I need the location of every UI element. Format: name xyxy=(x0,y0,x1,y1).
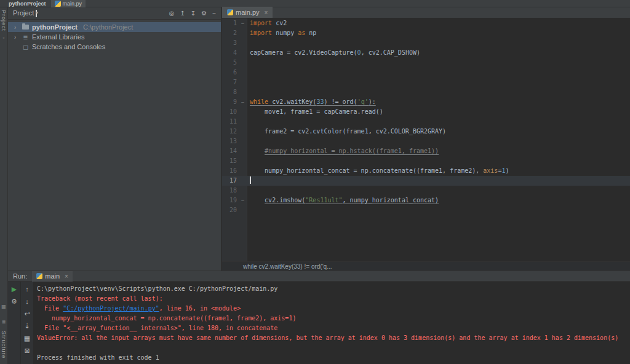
code-token: 33 xyxy=(316,98,324,105)
settings-wrench-icon[interactable]: ⚙ xyxy=(9,296,20,307)
code-line[interactable]: 18 xyxy=(222,186,630,196)
line-number[interactable]: 16 xyxy=(222,166,239,176)
code-token: cv2.waitKey( xyxy=(272,98,316,105)
console-text: ValueError: all the input arrays must ha… xyxy=(37,334,618,341)
fold-gutter xyxy=(239,107,247,117)
code-line[interactable]: 4capCamera = cv2.VideoCapture(0, cv2.CAP… xyxy=(222,48,630,58)
line-number[interactable]: 17 xyxy=(222,176,239,186)
code-line[interactable]: 16 numpy_horizontal_concat = np.concaten… xyxy=(222,166,630,176)
structure-tool-button[interactable]: Structure xyxy=(1,331,7,359)
code-line[interactable]: 7 xyxy=(222,77,630,87)
folder-mini-icon[interactable]: ▫ xyxy=(3,35,5,41)
console-text: , line 16, in <module> xyxy=(159,305,241,312)
code-line[interactable]: 3 xyxy=(222,38,630,48)
chevron-right-icon[interactable]: › xyxy=(14,34,19,41)
close-icon[interactable]: × xyxy=(65,273,68,280)
code-token: ) xyxy=(505,167,509,174)
code-line[interactable]: 12 frame2 = cv2.cvtColor(frame1, cv2.COL… xyxy=(222,127,630,136)
fold-marker-icon[interactable]: − xyxy=(239,18,247,28)
line-number[interactable]: 7 xyxy=(222,77,239,87)
code-line[interactable]: 17 xyxy=(222,176,630,186)
fold-gutter xyxy=(239,136,247,146)
code-line[interactable]: 13 xyxy=(222,136,630,146)
code-line[interactable]: 1−import cv2 xyxy=(222,18,630,28)
up-stack-trace-icon[interactable]: ↑ xyxy=(22,284,33,295)
code-line[interactable]: 11 xyxy=(222,117,630,127)
line-number[interactable]: 2 xyxy=(222,28,239,38)
rerun-icon[interactable]: ▶ xyxy=(9,284,20,295)
line-number[interactable]: 5 xyxy=(222,58,239,68)
project-tool-button[interactable]: Project xyxy=(1,10,7,31)
line-number[interactable]: 8 xyxy=(222,87,239,97)
titlebar-file-tab[interactable]: main.py xyxy=(51,0,86,7)
code-line[interactable]: 19− cv2.imshow("Res11ult", numpy_horizon… xyxy=(222,196,630,205)
code-line[interactable]: 5 xyxy=(222,58,630,68)
line-number[interactable]: 18 xyxy=(222,186,239,196)
breadcrumb[interactable]: while cv2.waitKey(33) != ord('q... xyxy=(222,261,630,271)
fold-gutter xyxy=(239,156,247,166)
run-panel-header: Run: main × xyxy=(8,271,630,282)
line-number[interactable]: 6 xyxy=(222,68,239,77)
line-number[interactable]: 9 xyxy=(222,97,239,107)
code-text: cv2.imshow("Res11ult", numpy_horizontal_… xyxy=(247,196,630,205)
line-number[interactable]: 12 xyxy=(222,127,239,136)
scroll-to-end-icon[interactable]: ⇣ xyxy=(22,321,33,331)
run-tab-main[interactable]: main × xyxy=(32,271,73,282)
fold-gutter xyxy=(239,127,247,136)
tree-item[interactable]: ›pythonProjectC:\pythonProject xyxy=(8,22,221,32)
close-icon[interactable]: × xyxy=(265,9,268,16)
line-number[interactable]: 19 xyxy=(222,196,239,205)
code-line[interactable]: 9−while cv2.waitKey(33) != ord('q'): xyxy=(222,97,630,107)
code-line[interactable]: 2import numpy as np xyxy=(222,28,630,38)
fold-gutter xyxy=(239,176,247,186)
code-text: frame2 = cv2.cvtColor(frame1, cv2.COLOR_… xyxy=(247,127,630,136)
code-line[interactable]: 6 xyxy=(222,68,630,77)
layers-toolwindow-icon[interactable]: ≣ xyxy=(2,319,6,325)
chevron-right-icon[interactable]: › xyxy=(14,24,19,31)
project-toolbar: ◎↥↧⚙− xyxy=(169,10,216,17)
code-text: while cv2.waitKey(33) != ord('q'): xyxy=(247,97,630,107)
tree-item-label: pythonProject xyxy=(32,23,78,31)
line-number[interactable]: 13 xyxy=(222,136,239,146)
tree-item[interactable]: ›≣External Libraries xyxy=(8,32,221,42)
titlebar-project-name: pythonProject xyxy=(9,1,46,7)
line-number[interactable]: 1 xyxy=(222,18,239,28)
print-icon[interactable]: ▦ xyxy=(22,333,33,344)
hide-panel-icon[interactable]: − xyxy=(212,10,216,17)
code-token xyxy=(250,197,265,204)
tree-item-label: External Libraries xyxy=(32,33,85,41)
code-line[interactable]: 8 xyxy=(222,87,630,97)
code-token: import xyxy=(250,20,272,26)
title-bar: pythonProject main.py xyxy=(0,0,630,7)
down-stack-trace-icon[interactable]: ↓ xyxy=(22,296,33,307)
line-number[interactable]: 15 xyxy=(222,156,239,166)
project-view-selector[interactable]: Project▾ xyxy=(13,9,37,17)
line-number[interactable]: 3 xyxy=(222,38,239,48)
soft-wrap-icon[interactable]: ↩ xyxy=(22,309,33,319)
fold-gutter xyxy=(239,58,247,68)
tree-item[interactable]: ▢Scratches and Consoles xyxy=(8,42,221,52)
locate-icon[interactable]: ◎ xyxy=(169,10,175,17)
grid-toolwindow-icon[interactable]: ▦ xyxy=(1,304,6,309)
console-text: Process finished with exit code 1 xyxy=(37,354,159,361)
code-line[interactable]: 10 move1, frame1 = capCamera.read() xyxy=(222,107,630,117)
clear-console-icon[interactable]: ⊠ xyxy=(22,346,33,356)
expand-all-icon[interactable]: ↥ xyxy=(180,10,185,17)
fold-marker-icon[interactable]: − xyxy=(239,196,247,205)
stacktrace-link[interactable]: "C:/pythonProject/main.py" xyxy=(63,305,159,312)
fold-gutter xyxy=(239,87,247,97)
line-number[interactable]: 14 xyxy=(222,146,239,156)
line-number[interactable]: 11 xyxy=(222,117,239,127)
left-tool-strip: Project ▫ ▦ ≣ Structure xyxy=(0,7,8,364)
settings-gear-icon[interactable]: ⚙ xyxy=(201,10,207,17)
code-line[interactable]: 15 xyxy=(222,156,630,166)
editor-tab-main-py[interactable]: main.py × xyxy=(222,7,273,18)
line-number[interactable]: 10 xyxy=(222,107,239,117)
code-line[interactable]: 20 xyxy=(222,205,630,215)
line-number[interactable]: 20 xyxy=(222,205,239,215)
fold-marker-icon[interactable]: − xyxy=(239,97,247,107)
fold-gutter xyxy=(239,205,247,215)
line-number[interactable]: 4 xyxy=(222,48,239,58)
code-line[interactable]: 14 #numpy_horizontal = np.hstack((frame1… xyxy=(222,146,630,156)
collapse-all-icon[interactable]: ↧ xyxy=(191,10,196,17)
